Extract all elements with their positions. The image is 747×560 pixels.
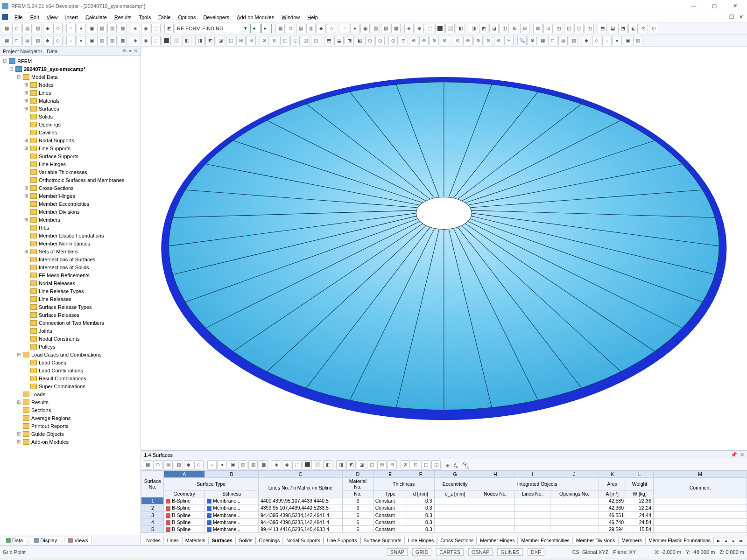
toolbar-button[interactable]: ◫ — [367, 460, 376, 469]
mdi-minimize[interactable]: — — [718, 14, 726, 21]
navigator-tree[interactable]: ⊟RFEM⊟20240719_sys-smscamp*⊟Model Data⊞N… — [0, 56, 141, 535]
toolbar-button[interactable]: ▤ — [22, 36, 32, 45]
toolbar-button[interactable]: ✂ — [504, 36, 514, 45]
toolbar-button[interactable]: ⊖ — [419, 36, 429, 45]
bottom-tab[interactable]: Member Hinges — [477, 537, 518, 544]
toolbar-button[interactable]: ⊟ — [520, 24, 529, 33]
tree-item[interactable]: Surface Releases — [0, 311, 141, 319]
tree-item[interactable]: Orthotropic Surfaces and Membranes — [0, 176, 141, 184]
toolbar-button[interactable]: ⊜ — [484, 36, 493, 45]
bottom-tab[interactable]: Member Eccentricities — [518, 537, 572, 544]
tree-item[interactable]: ⊟Load Cases and Combinations — [0, 350, 141, 358]
toolbar-button[interactable]: ⊠ — [401, 460, 410, 469]
menu-window[interactable]: Window — [278, 14, 303, 21]
status-grid[interactable]: GRID — [412, 548, 432, 556]
menu-edit[interactable]: Edit — [27, 14, 43, 21]
toolbar-button[interactable]: ▦ — [2, 24, 11, 33]
toolbar-button[interactable]: ⊞ — [377, 460, 387, 469]
tree-item[interactable]: Nodal Constraints — [0, 335, 141, 343]
tree-item[interactable]: Ribs — [0, 224, 141, 231]
mdi-restore[interactable]: ❐ — [727, 14, 736, 21]
nav-tab-views[interactable]: Views — [64, 537, 92, 544]
toolbar-button[interactable]: ⊛ — [473, 36, 483, 45]
toolbar-button[interactable]: ▤ — [558, 36, 568, 45]
toolbar-button[interactable]: ⊡ — [411, 460, 420, 469]
combo-next[interactable]: ▸ — [261, 24, 272, 33]
menu-options[interactable]: Options — [174, 14, 199, 21]
toolbar-button[interactable]: ▩ — [259, 460, 268, 469]
toolbar-button[interactable]: ◈ — [131, 36, 140, 45]
table-close-icon[interactable]: ✕ — [740, 452, 744, 458]
toolbar-button[interactable]: ⬛ — [435, 24, 444, 33]
table-row[interactable]: 3B-SplineMembrane...94,4395-4398,5234,14… — [141, 511, 747, 518]
toolbar-button[interactable]: ◫ — [500, 24, 509, 33]
toolbar-button[interactable]: ◉ — [282, 460, 291, 469]
tree-item[interactable]: Intersections of Solids — [0, 263, 141, 271]
toolbar-button[interactable]: ⊡ — [543, 24, 553, 33]
toolbar-button[interactable]: ○ — [66, 24, 76, 33]
toolbar-button[interactable]: ◨ — [469, 24, 478, 33]
tree-item[interactable]: Member Eccentricities — [0, 200, 141, 208]
toolbar-button[interactable]: ◶ — [388, 36, 398, 45]
tree-item[interactable]: Sections — [0, 406, 141, 414]
status-dxf[interactable]: DXF — [528, 548, 544, 556]
toolbar-button[interactable]: ▧ — [633, 36, 642, 45]
toolbar-button[interactable]: ◧ — [182, 36, 191, 45]
toolbar-button[interactable]: ○ — [602, 36, 612, 45]
toolbar-button[interactable]: ◨ — [195, 36, 204, 45]
toolbar-button[interactable]: ● — [218, 460, 227, 469]
toolbar-button[interactable]: ⬚ — [151, 36, 161, 45]
tree-item[interactable]: ⊟Model Data — [0, 73, 141, 81]
toolbar-button[interactable]: ◳ — [311, 36, 320, 45]
tree-item[interactable]: ⊞Guide Objects — [0, 430, 141, 438]
toolbar-button[interactable]: ⬚ — [425, 24, 434, 33]
tree-item[interactable]: Line Release Types — [0, 287, 141, 295]
menu-insert[interactable]: Insert — [61, 14, 82, 21]
toolbar-button[interactable]: ⬓ — [608, 24, 617, 33]
status-cartes[interactable]: CARTES — [436, 548, 463, 556]
toolbar-button[interactable]: ◇ — [194, 460, 204, 469]
toolbar-button[interactable]: ◳ — [585, 24, 594, 33]
toolbar-button[interactable]: ▦ — [275, 24, 285, 33]
toolbar-button[interactable]: ⬕ — [628, 24, 638, 33]
tree-item[interactable]: ⊞Line Supports — [0, 144, 141, 152]
table-row[interactable]: 5B-SplineMembrane...99,4413-4416,5236,14… — [141, 525, 747, 532]
toolbar-button[interactable]: ◩ — [205, 36, 215, 45]
toolbar-button[interactable]: ◰ — [554, 24, 563, 33]
toolbar-button[interactable]: ◰ — [421, 460, 430, 469]
toolbar-button[interactable]: ◱ — [431, 460, 441, 469]
nav-close-icon[interactable]: ✕ — [134, 48, 138, 54]
toolbar-button[interactable]: ◈ — [131, 24, 140, 33]
toolbar-button[interactable]: ▥ — [33, 36, 42, 45]
menu-help[interactable]: Help — [303, 14, 322, 21]
toolbar-button[interactable]: ▩ — [118, 24, 127, 33]
toolbar-button[interactable]: ○ — [207, 460, 217, 469]
table-pin-icon[interactable]: 📌 — [731, 452, 737, 458]
tree-item[interactable]: Super Combinations — [0, 382, 141, 390]
toolbar-button[interactable]: ▨ — [381, 24, 390, 33]
toolbar-button[interactable]: ◉ — [141, 36, 150, 45]
toolbar-button[interactable]: ◷ — [399, 36, 408, 45]
tree-item[interactable]: Surface Supports — [0, 152, 141, 160]
toolbar-button[interactable]: ⊟ — [388, 460, 397, 469]
toolbar-button[interactable]: ◩ — [346, 460, 356, 469]
tab-first[interactable]: ⏮ — [714, 538, 721, 544]
tree-item[interactable]: Joints — [0, 327, 141, 335]
toolbar-button[interactable]: ▥ — [306, 24, 316, 33]
toolbar-button[interactable]: ● — [613, 36, 622, 45]
toolbar-button[interactable]: ⊟ — [247, 36, 256, 45]
menu-file[interactable]: File — [11, 14, 27, 21]
toolbar-button[interactable]: ▧ — [97, 36, 106, 45]
toolbar-button[interactable]: ● — [77, 24, 86, 33]
tree-item[interactable]: Result Combinations — [0, 374, 141, 382]
toolbar-button[interactable]: ⊞ — [236, 36, 246, 45]
module-combo[interactable]: RF-FORM-FINDING▾ — [175, 24, 249, 33]
nav-dropdown-icon[interactable]: ▾ — [129, 48, 132, 54]
menu-add-on modules[interactable]: Add-on Modules — [233, 14, 278, 21]
table-row[interactable]: 4B-SplineMembrane...94,4395-4398,5235,14… — [141, 518, 747, 525]
toolbar-button[interactable]: ▦ — [538, 36, 547, 45]
mdi-close[interactable]: ✕ — [737, 14, 745, 21]
toolbar-button[interactable]: ▣ — [228, 460, 237, 469]
toolbar-button[interactable]: ▣ — [87, 24, 96, 33]
toolbar-button[interactable]: ▤ — [163, 460, 173, 469]
